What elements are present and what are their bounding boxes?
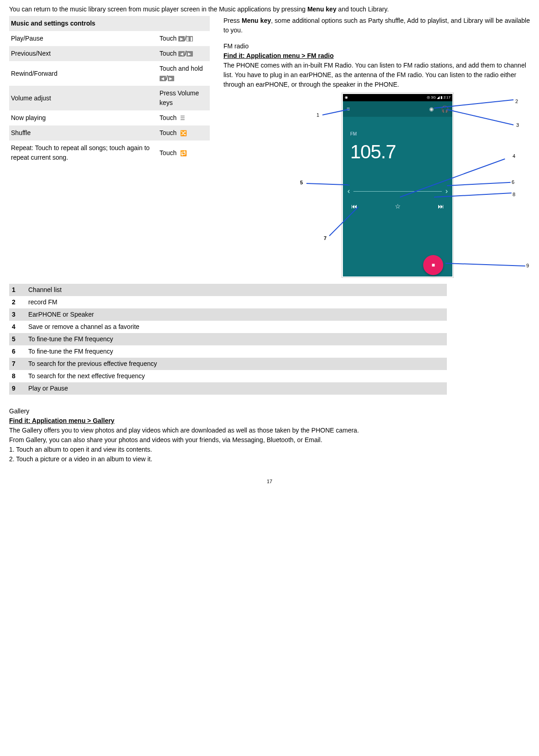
- prev-next-action: Touch ◀/▶: [158, 46, 210, 61]
- gallery-paragraph-2: From Gallery, you can also share your ph…: [9, 435, 530, 445]
- callout-4: 4: [513, 152, 515, 160]
- prev-track-icon: ◀: [178, 51, 185, 57]
- play-pause-action: Touch ▶/❚❚: [158, 31, 210, 46]
- gallery-title: Gallery: [9, 407, 530, 416]
- rewind-forward-label: Rewind/Forward: [9, 61, 158, 86]
- tune-scale: [353, 191, 441, 192]
- callout-7: 7: [324, 235, 327, 242]
- legend-text-4: Save or remove a channel as a favorite: [26, 321, 447, 333]
- repeat-label: Repeat: Touch to repeat all songs; touch…: [9, 141, 158, 165]
- shuffle-label: Shuffle: [9, 125, 158, 141]
- fm-topbar: ≡ ◉ 🎧: [343, 101, 452, 117]
- status-left: ◉: [345, 95, 348, 100]
- volume-label: Volume adjust: [9, 86, 158, 110]
- callout-6: 6: [512, 178, 514, 186]
- rewind-icon: ◀: [160, 76, 166, 81]
- intro-text-pre: You can return to the music library scre…: [9, 5, 307, 13]
- tune-bar: ‹ ›: [343, 184, 452, 198]
- record-icon[interactable]: ◉: [429, 105, 436, 113]
- legend-num-4: 4: [9, 321, 26, 333]
- prev-next-label: Previous/Next: [9, 46, 158, 61]
- intro-paragraph: You can return to the music library scre…: [9, 5, 530, 14]
- callout-5: 5: [300, 179, 303, 187]
- now-playing-action: Touch ☰: [158, 110, 210, 125]
- legend-num-2: 2: [9, 296, 26, 308]
- seek-next-icon[interactable]: ⏭: [438, 202, 444, 211]
- favorite-star-icon[interactable]: ☆: [395, 202, 401, 211]
- now-playing-icon: ☰: [180, 114, 185, 122]
- legend-num-7: 7: [9, 358, 26, 370]
- gallery-step-1: 1. Touch an album to open it and view it…: [9, 445, 530, 454]
- phone-screenshot: ◉ ◎ 3G ◢ ▮ 2:17 ≡ ◉ 🎧 FM 105.7 ‹ ›: [343, 94, 452, 276]
- frequency-value: 105.7: [350, 137, 445, 166]
- legend-text-1: Channel list: [26, 284, 447, 296]
- fm-radio-title: FM radio: [223, 42, 530, 51]
- legend-num-5: 5: [9, 333, 26, 345]
- page-number: 17: [9, 478, 530, 485]
- status-bar: ◉ ◎ 3G ◢ ▮ 2:17: [343, 94, 452, 101]
- callout-2: 2: [515, 98, 518, 105]
- legend-text-3: EarPHONE or Speaker: [26, 308, 447, 321]
- callout-3: 3: [516, 121, 519, 129]
- tune-left-icon[interactable]: ‹: [347, 186, 350, 197]
- legend-text-2: record FM: [26, 296, 447, 308]
- forward-icon: ▶: [168, 76, 174, 81]
- shuffle-icon: 🔀: [180, 129, 187, 137]
- play-icon: ▶: [178, 36, 185, 42]
- gallery-paragraph-1: The Gallery offers you to view photos an…: [9, 426, 530, 435]
- menu-key-paragraph: Press Menu key, some additional options …: [223, 16, 530, 35]
- gallery-step-2: 2. Touch a picture or a video in an albu…: [9, 454, 530, 464]
- fm-label: FM: [350, 130, 445, 137]
- fm-description: The PHONE comes with an in-built FM Radi…: [223, 61, 530, 89]
- legend-num-9: 9: [9, 382, 26, 395]
- stop-icon: ■: [431, 261, 435, 269]
- next-track-icon: ▶: [187, 51, 193, 57]
- repeat-icon: 🔁: [180, 149, 187, 157]
- legend-text-9: Play or Pause: [26, 382, 447, 395]
- legend-num-1: 1: [9, 284, 26, 296]
- fm-find-it: Find it: Application menu > FM radio: [223, 51, 530, 61]
- tune-right-icon[interactable]: ›: [446, 186, 448, 197]
- volume-action: Press Volume keys: [158, 86, 210, 110]
- playback-controls: ⏮ ☆ ⏭: [343, 202, 452, 211]
- legend-text-5: To fine-tune the FM frequency: [26, 333, 447, 345]
- callout-1: 1: [316, 111, 319, 119]
- shuffle-action: Touch 🔀: [158, 125, 210, 141]
- legend-text-8: To search for the next effective frequen…: [26, 370, 447, 382]
- legend-num-6: 6: [9, 345, 26, 358]
- pause-icon: ❚❚: [187, 36, 193, 42]
- music-controls-table: Music and settings controls Play/Pause T…: [9, 16, 210, 165]
- status-right: ◎ 3G ◢ ▮ 2:17: [427, 95, 451, 100]
- music-table-header: Music and settings controls: [9, 16, 210, 31]
- legend-text-7: To search for the previous effective fre…: [26, 358, 447, 370]
- fm-radio-diagram: ◉ ◎ 3G ◢ ▮ 2:17 ≡ ◉ 🎧 FM 105.7 ‹ ›: [275, 94, 530, 281]
- menu-key-bold-2: Menu key: [242, 17, 271, 24]
- frequency-display-area: FM 105.7: [343, 117, 452, 171]
- callout-9: 9: [526, 262, 529, 270]
- intro-text-post: and touch Library.: [337, 5, 389, 13]
- legend-num-3: 3: [9, 308, 26, 321]
- legend-text-6: To fine-tune the FM frequency: [26, 345, 447, 358]
- repeat-action: Touch 🔁: [158, 141, 210, 165]
- callout-8: 8: [513, 191, 515, 198]
- callout-legend-table: 1Channel list 2record FM 3EarPHONE or Sp…: [9, 284, 447, 395]
- menu-key-bold: Menu key: [307, 5, 337, 13]
- now-playing-label: Now playing: [9, 110, 158, 125]
- rewind-forward-action: Touch and hold ◀/▶: [158, 61, 210, 86]
- play-pause-fab[interactable]: ■: [423, 255, 443, 275]
- legend-num-8: 8: [9, 370, 26, 382]
- gallery-find-it: Find it: Application menu > Gallery: [9, 416, 530, 426]
- play-pause-label: Play/Pause: [9, 31, 158, 46]
